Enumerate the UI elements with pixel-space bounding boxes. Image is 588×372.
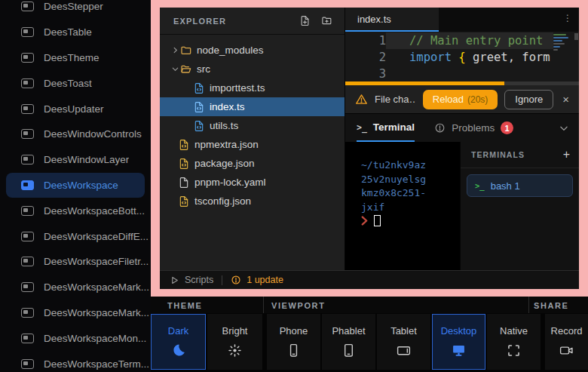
json-file-icon <box>178 139 190 151</box>
phablet-icon <box>341 343 357 358</box>
sidebar-item-deestoast[interactable]: DeesToast <box>0 70 151 96</box>
terminal-line: 25v2nuyelsg <box>361 173 457 187</box>
tab-terminal[interactable]: >_ Terminal <box>357 114 415 142</box>
tree-item-label: npmextra.json <box>194 139 259 150</box>
sidebar-item-deeswindowlayer[interactable]: DeesWindowLayer <box>0 147 151 173</box>
theme-bright-button[interactable]: Bright <box>207 314 262 370</box>
record-video-icon <box>559 343 574 358</box>
folder-icon <box>180 45 192 57</box>
minimap-line <box>553 49 558 51</box>
sidebar-item-label: DeesWorkspace <box>44 180 118 191</box>
divider <box>263 297 264 313</box>
ignore-button[interactable]: Ignore <box>504 90 553 109</box>
share-record-button[interactable]: Record <box>545 314 588 370</box>
tree-item-npmextra[interactable]: npmextra.json <box>160 135 345 154</box>
session-label: bash 1 <box>491 180 520 192</box>
sidebar-item-deesworkspacemark1[interactable]: DeesWorkspaceMark... <box>0 275 151 300</box>
storybook-toolbar: THEME VIEWPORT SHARE Dark Bright Phone P… <box>151 297 588 372</box>
sidebar-item-deesworkspacemark2[interactable]: DeesWorkspaceMark... <box>0 300 151 326</box>
minimap[interactable] <box>553 34 573 78</box>
warning-icon <box>355 93 368 106</box>
button-label: Tablet <box>390 325 417 337</box>
sidebar-item-deeswindowcontrols[interactable]: DeesWindowControls <box>0 121 151 147</box>
viewport-tablet-button[interactable]: Tablet <box>377 314 430 370</box>
problems-icon <box>434 122 446 134</box>
tree-item-pnpm-lock[interactable]: pnpm-lock.yaml <box>160 173 345 192</box>
new-file-icon[interactable] <box>299 15 311 26</box>
sidebar-item-deesupdater[interactable]: DeesUpdater <box>0 96 151 121</box>
theme-dark-button[interactable]: Dark <box>151 314 206 370</box>
sidebar-item-label: DeesWorkspaceBott... <box>44 205 145 217</box>
sidebar-item-deestheme[interactable]: DeesTheme <box>0 45 151 71</box>
sidebar-item-deesworkspacemonaco[interactable]: DeesWorkspaceMon... <box>0 325 151 351</box>
terminal-session-bash-1[interactable]: >_ bash 1 <box>467 174 573 197</box>
tree-item-src[interactable]: src <box>160 60 345 78</box>
sidebar-item-deesworkspacebottombar[interactable]: DeesWorkspaceBott... <box>0 198 151 223</box>
sidebar-item-deesworkspacefiletree[interactable]: DeesWorkspaceFiletr... <box>0 249 151 275</box>
scripts-label: Scripts <box>185 275 213 285</box>
update-button[interactable]: 1 update <box>231 275 283 285</box>
tree-item-importtest[interactable]: importtest.ts <box>160 78 345 97</box>
notification-message: File cha… <box>375 94 416 105</box>
component-icon <box>21 308 34 318</box>
new-folder-icon[interactable] <box>321 15 332 26</box>
close-icon[interactable]: × <box>560 94 571 105</box>
terminal-output[interactable]: ~/tu2nkv9az 25v2nuyelsg kmz0x8c251- jxif <box>345 142 460 270</box>
viewport-native-button[interactable]: Native <box>487 314 541 370</box>
tree-item-tsconfig[interactable]: tsconfig.json <box>160 192 345 211</box>
tab-index-ts[interactable]: index.ts <box>345 8 439 32</box>
sidebar-item-label: DeesWindowLayer <box>44 154 129 165</box>
share-section-label: SHARE <box>534 301 569 310</box>
tree-item-index-selected[interactable]: index.ts <box>160 97 345 116</box>
sidebar-item-deesworkspacediffeditor[interactable]: DeesWorkspaceDiffE... <box>0 223 151 249</box>
sidebar-item-deestable[interactable]: DeesTable <box>0 20 151 45</box>
component-icon <box>21 155 34 164</box>
sidebar-item-label: DeesTheme <box>44 52 100 63</box>
tree-item-package[interactable]: package.json <box>160 154 345 173</box>
component-icon <box>21 359 34 369</box>
terminal-line: kmz0x8c251- <box>361 186 457 201</box>
reload-button[interactable]: Reload(20s) <box>423 90 498 109</box>
viewport-phone-button[interactable]: Phone <box>267 314 320 370</box>
tree-item-label: index.ts <box>210 101 245 112</box>
sidebar-item-label: DeesUpdater <box>44 103 104 115</box>
tree-item-node-modules[interactable]: node_modules <box>160 41 345 60</box>
button-label: Bright <box>222 325 248 337</box>
json-file-icon <box>178 195 190 208</box>
sidebar-item-label: DeesWorkspaceTerm... <box>44 358 149 370</box>
file-tree: node_modules src importtest.ts <box>160 35 345 211</box>
sidebar-item-label: DeesStepper <box>44 1 103 12</box>
moon-icon <box>170 343 186 358</box>
panel-tab-bar: >_ Terminal Problems 1 <box>345 114 579 142</box>
component-icon <box>21 334 34 343</box>
sidebar-item-label: DeesWorkspaceMon... <box>44 333 146 344</box>
sidebar-item-deesworkspace[interactable]: DeesWorkspace <box>6 173 145 198</box>
play-icon <box>170 275 179 285</box>
minimap-line <box>553 34 566 35</box>
ignore-label: Ignore <box>515 94 543 105</box>
editor-menu-icon[interactable]: ⋮ <box>563 14 572 23</box>
json-file-icon <box>178 158 190 170</box>
line-number: 3 <box>345 66 386 81</box>
sidebar-item-deesworkspaceterminal[interactable]: DeesWorkspaceTerm... <box>0 351 151 372</box>
button-label: Record <box>551 325 583 337</box>
minimap-line <box>553 46 560 48</box>
tab-problems[interactable]: Problems 1 <box>434 114 513 142</box>
viewport-phablet-button[interactable]: Phablet <box>322 314 375 370</box>
tab-label: index.ts <box>357 14 391 25</box>
editor-scrollbar-thumb[interactable] <box>574 33 578 40</box>
code-editor[interactable]: 1 // Main entry point 2 import { greet, … <box>345 32 579 81</box>
viewport-desktop-button[interactable]: Desktop <box>432 314 485 370</box>
minimap-line <box>553 37 568 38</box>
scripts-button[interactable]: Scripts <box>170 275 213 285</box>
button-label: Desktop <box>441 325 477 337</box>
tree-item-utils[interactable]: utils.ts <box>160 116 345 135</box>
sidebar-item-deesstepper[interactable]: DeesStepper <box>0 0 151 20</box>
add-terminal-icon[interactable]: + <box>563 149 570 161</box>
chevron-down-icon[interactable] <box>559 123 569 134</box>
component-icon <box>21 104 34 114</box>
sun-icon <box>227 343 243 358</box>
component-icon <box>21 257 34 266</box>
sidebar-item-label: DeesTable <box>44 26 92 38</box>
component-icon <box>21 206 34 216</box>
